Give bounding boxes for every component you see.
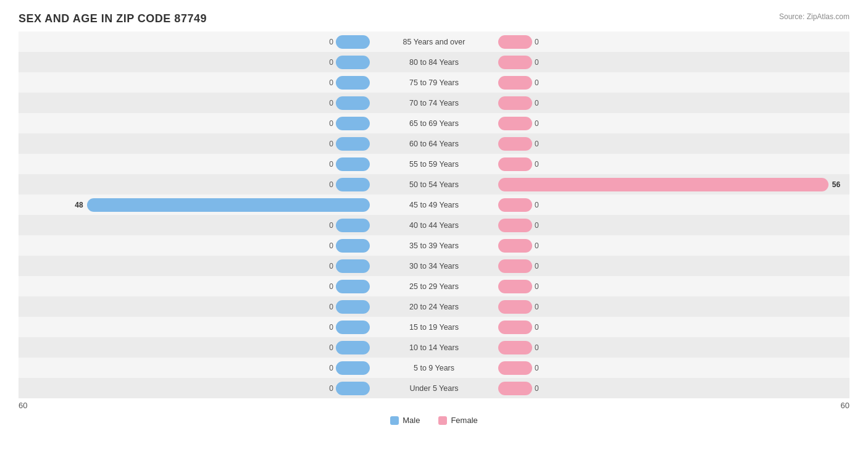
right-side: 0 xyxy=(496,215,849,235)
right-side: 0 xyxy=(496,317,849,337)
bar-row: 040 to 44 Years0 xyxy=(19,215,849,235)
age-label: 55 to 59 Years xyxy=(372,154,496,174)
left-side: 0 xyxy=(19,31,372,52)
bar-male-stub xyxy=(336,76,370,90)
chart-container: SEX AND AGE IN ZIP CODE 87749 Source: Zi… xyxy=(0,0,868,457)
age-label: 35 to 39 Years xyxy=(372,235,496,256)
right-side: 0 xyxy=(496,337,849,358)
bar-row: 060 to 64 Years0 xyxy=(19,133,849,154)
age-label: 50 to 54 Years xyxy=(372,174,496,195)
bar-male-stub xyxy=(336,382,370,395)
legend-female: Female xyxy=(438,416,477,425)
age-label: 15 to 19 Years xyxy=(372,317,496,337)
male-zero: 0 xyxy=(327,160,336,169)
bar-male-stub xyxy=(336,178,370,191)
female-zero: 0 xyxy=(532,140,541,148)
bar-female-stub xyxy=(498,157,532,171)
bar-row: 030 to 34 Years0 xyxy=(19,256,849,276)
rows-wrapper: 085 Years and over0080 to 84 Years0075 t… xyxy=(19,31,849,398)
bar-row: 0Under 5 Years0 xyxy=(19,378,849,398)
bar-female-stub xyxy=(498,300,532,314)
right-side: 0 xyxy=(496,113,849,133)
left-side: 48 xyxy=(19,195,372,215)
legend-female-label: Female xyxy=(451,416,477,425)
female-zero: 0 xyxy=(532,303,541,311)
age-label: 80 to 84 Years xyxy=(372,52,496,72)
male-zero: 0 xyxy=(327,323,336,332)
legend-female-dot xyxy=(438,416,447,425)
bar-male-stub xyxy=(336,35,370,49)
right-side: 56 xyxy=(496,174,849,195)
bar-male-stub xyxy=(336,137,370,151)
male-zero: 0 xyxy=(327,303,336,311)
right-side: 0 xyxy=(496,256,849,276)
bar-female-stub xyxy=(498,76,532,90)
chart-title: SEX AND AGE IN ZIP CODE 87749 xyxy=(19,12,849,25)
age-label: 45 to 49 Years xyxy=(372,195,496,215)
male-zero: 0 xyxy=(327,343,336,352)
age-label: 65 to 69 Years xyxy=(372,113,496,133)
left-side: 0 xyxy=(19,215,372,235)
bar-row: 050 to 54 Years56 xyxy=(19,174,849,195)
age-label: Under 5 Years xyxy=(372,378,496,398)
bar-female-stub xyxy=(498,56,532,69)
bar-male-stub xyxy=(336,280,370,293)
right-side: 0 xyxy=(496,296,849,317)
age-label-text: 25 to 29 Years xyxy=(404,280,464,293)
age-label-text: 45 to 49 Years xyxy=(404,199,464,211)
male-zero: 0 xyxy=(327,58,336,67)
bar-male xyxy=(87,198,370,212)
age-label: 75 to 79 Years xyxy=(372,72,496,93)
male-zero: 0 xyxy=(327,78,336,87)
age-label: 70 to 74 Years xyxy=(372,93,496,113)
age-label-text: 50 to 54 Years xyxy=(404,178,464,191)
age-label-text: 15 to 19 Years xyxy=(404,321,464,333)
age-label-text: 40 to 44 Years xyxy=(404,219,464,232)
left-side: 0 xyxy=(19,276,372,296)
bar-row: 085 Years and over0 xyxy=(19,31,849,52)
right-side: 0 xyxy=(496,358,849,378)
right-side: 0 xyxy=(496,31,849,52)
left-side: 0 xyxy=(19,358,372,378)
bar-male-stub xyxy=(336,300,370,314)
age-label: 85 Years and over xyxy=(372,31,496,52)
bottom-area: 60 60 Male Female xyxy=(19,401,849,425)
bar-row: 010 to 14 Years0 xyxy=(19,337,849,358)
bar-female-stub xyxy=(498,117,532,130)
bar-female-stub xyxy=(498,259,532,273)
age-label-text: 5 to 9 Years xyxy=(409,362,459,374)
right-side: 0 xyxy=(496,133,849,154)
bar-row: 4845 to 49 Years0 xyxy=(19,195,849,215)
left-side: 0 xyxy=(19,52,372,72)
left-side: 0 xyxy=(19,337,372,358)
male-zero: 0 xyxy=(327,282,336,291)
age-label-text: 55 to 59 Years xyxy=(404,158,464,170)
bar-row: 035 to 39 Years0 xyxy=(19,235,849,256)
age-label-text: 35 to 39 Years xyxy=(404,240,464,252)
left-side: 0 xyxy=(19,378,372,398)
age-label: 5 to 9 Years xyxy=(372,358,496,378)
male-zero: 0 xyxy=(327,119,336,128)
bar-male-stub xyxy=(336,321,370,334)
male-zero: 0 xyxy=(327,221,336,230)
female-zero: 0 xyxy=(532,201,541,209)
bar-row: 075 to 79 Years0 xyxy=(19,72,849,93)
left-side: 0 xyxy=(19,133,372,154)
age-label: 10 to 14 Years xyxy=(372,337,496,358)
left-side: 0 xyxy=(19,235,372,256)
age-label-text: 70 to 74 Years xyxy=(404,97,464,109)
male-zero: 0 xyxy=(327,140,336,148)
bar-male-stub xyxy=(336,96,370,110)
bar-female-stub xyxy=(498,321,532,334)
bar-male-stub xyxy=(336,239,370,253)
left-side: 0 xyxy=(19,72,372,93)
right-side: 0 xyxy=(496,52,849,72)
age-label-text: 10 to 14 Years xyxy=(404,342,464,354)
left-side: 0 xyxy=(19,154,372,174)
right-side: 0 xyxy=(496,195,849,215)
bar-female-stub xyxy=(498,198,532,212)
female-zero: 0 xyxy=(532,119,541,128)
male-zero: 0 xyxy=(327,38,336,46)
female-zero: 0 xyxy=(532,78,541,87)
legend-male-label: Male xyxy=(403,416,420,425)
